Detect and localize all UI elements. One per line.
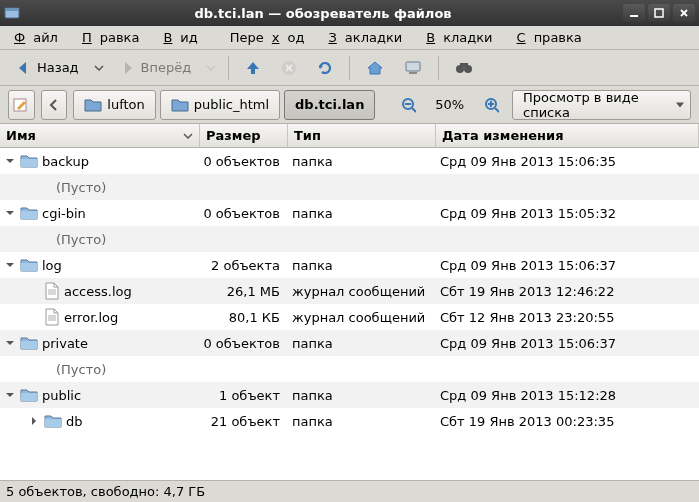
zoom-in-icon xyxy=(483,96,499,114)
view-mode-label: Просмотр в виде списка xyxy=(523,90,670,120)
minimize-button[interactable] xyxy=(623,4,645,22)
expand-toggle[interactable] xyxy=(4,207,16,219)
column-type[interactable]: Тип xyxy=(288,124,436,147)
edit-path-button[interactable] xyxy=(8,90,35,120)
home-icon xyxy=(365,59,385,77)
empty-label: (Пусто) xyxy=(4,232,106,247)
expand-toggle[interactable] xyxy=(4,155,16,167)
empty-label: (Пусто) xyxy=(4,180,106,195)
expand-toggle[interactable] xyxy=(4,259,16,271)
folder-row[interactable]: public1 объектпапкаСрд 09 Янв 2013 15:12… xyxy=(0,382,699,408)
item-name: private xyxy=(42,336,88,351)
item-date: Срд 09 Янв 2013 15:06:37 xyxy=(436,258,699,273)
menu-file[interactable]: Файл xyxy=(6,28,74,47)
search-button[interactable] xyxy=(447,54,481,82)
menu-tabs[interactable]: Вкладки xyxy=(418,28,508,47)
item-size: 1 объект xyxy=(200,388,288,403)
home-button[interactable] xyxy=(358,54,392,82)
back-button[interactable]: Назад xyxy=(8,54,86,82)
folder-row[interactable]: db21 объектпапкаСбт 19 Янв 2013 00:23:35 xyxy=(0,408,699,434)
folder-icon xyxy=(20,153,38,169)
menu-edit[interactable]: Правка xyxy=(74,28,155,47)
item-name: backup xyxy=(42,154,89,169)
back-history-button[interactable] xyxy=(90,54,108,82)
item-name: cgi-bin xyxy=(42,206,86,221)
zoom-out-button[interactable] xyxy=(393,91,423,119)
item-name: log xyxy=(42,258,62,273)
item-size: 0 объектов xyxy=(200,206,288,221)
folder-icon xyxy=(44,413,62,429)
item-size: 26,1 МБ xyxy=(200,284,288,299)
item-type: папка xyxy=(288,388,436,403)
item-date: Сбт 19 Янв 2013 12:46:22 xyxy=(436,284,699,299)
item-name: access.log xyxy=(64,284,132,299)
item-size: 0 объектов xyxy=(200,154,288,169)
separator xyxy=(228,56,229,80)
up-button[interactable] xyxy=(237,54,269,82)
stop-icon xyxy=(280,59,298,77)
item-name: db xyxy=(66,414,83,429)
forward-history-button xyxy=(202,54,220,82)
view-mode-select[interactable]: Просмотр в виде списка xyxy=(512,90,691,120)
svg-rect-5 xyxy=(406,62,420,71)
item-size: 80,1 КБ xyxy=(200,310,288,325)
path-root-button[interactable] xyxy=(41,90,68,120)
menu-view[interactable]: Вид xyxy=(155,28,213,47)
chevron-down-icon xyxy=(94,63,104,73)
maximize-button[interactable] xyxy=(648,4,670,22)
column-date[interactable]: Дата изменения xyxy=(436,124,699,147)
empty-label: (Пусто) xyxy=(4,362,106,377)
titlebar: db.tci.lan — обозреватель файлов xyxy=(0,0,699,26)
item-type: папка xyxy=(288,336,436,351)
item-name: error.log xyxy=(64,310,118,325)
status-bar: 5 объектов, свободно: 4,7 ГБ xyxy=(0,480,699,502)
expand-toggle[interactable] xyxy=(4,337,16,349)
column-size[interactable]: Размер xyxy=(200,124,288,147)
breadcrumb-item[interactable]: public_html xyxy=(160,90,280,120)
menu-go[interactable]: Переход xyxy=(214,28,321,47)
breadcrumb: luftonpublic_htmldb.tci.lan xyxy=(73,90,375,120)
reload-button[interactable] xyxy=(309,54,341,82)
item-date: Сбт 12 Янв 2013 23:20:55 xyxy=(436,310,699,325)
folder-icon xyxy=(84,97,102,113)
file-row[interactable]: access.log26,1 МБжурнал сообщенийСбт 19 … xyxy=(0,278,699,304)
folder-row[interactable]: private0 объектовпапкаСрд 09 Янв 2013 15… xyxy=(0,330,699,356)
file-tree[interactable]: backup0 объектовпапкаСрд 09 Янв 2013 15:… xyxy=(0,148,699,480)
file-row[interactable]: error.log80,1 КБжурнал сообщенийСбт 12 Я… xyxy=(0,304,699,330)
close-button[interactable] xyxy=(673,4,695,22)
chevron-left-icon xyxy=(49,99,59,111)
file-icon xyxy=(44,282,60,300)
menu-bookmarks[interactable]: Закладки xyxy=(320,28,418,47)
folder-row[interactable]: backup0 объектовпапкаСрд 09 Янв 2013 15:… xyxy=(0,148,699,174)
empty-row: (Пусто) xyxy=(0,226,699,252)
item-type: папка xyxy=(288,414,436,429)
separator xyxy=(438,56,439,80)
svg-rect-6 xyxy=(409,72,417,74)
expand-toggle[interactable] xyxy=(4,389,16,401)
item-size: 21 объект xyxy=(200,414,288,429)
column-name[interactable]: Имя xyxy=(0,124,200,147)
expand-toggle[interactable] xyxy=(28,415,40,427)
item-size: 0 объектов xyxy=(200,336,288,351)
item-type: журнал сообщений xyxy=(288,284,436,299)
item-size: 2 объекта xyxy=(200,258,288,273)
folder-icon xyxy=(20,257,38,273)
svg-rect-9 xyxy=(460,63,468,67)
folder-row[interactable]: log2 объектапапкаСрд 09 Янв 2013 15:06:3… xyxy=(0,252,699,278)
arrow-right-icon xyxy=(119,59,137,77)
menu-help[interactable]: Справка xyxy=(509,28,598,47)
computer-button[interactable] xyxy=(396,54,430,82)
zoom-in-button[interactable] xyxy=(476,91,506,119)
breadcrumb-item[interactable]: lufton xyxy=(73,90,156,120)
reload-icon xyxy=(316,59,334,77)
folder-row[interactable]: cgi-bin0 объектовпапкаСрд 09 Янв 2013 15… xyxy=(0,200,699,226)
item-date: Сбт 19 Янв 2013 00:23:35 xyxy=(436,414,699,429)
forward-label: Вперёд xyxy=(141,60,192,75)
item-type: папка xyxy=(288,206,436,221)
chevron-down-icon xyxy=(206,63,216,73)
zoom-out-icon xyxy=(400,96,416,114)
breadcrumb-item[interactable]: db.tci.lan xyxy=(284,90,375,120)
folder-icon xyxy=(20,387,38,403)
sort-asc-icon xyxy=(183,131,193,141)
zoom-label: 50% xyxy=(429,97,470,112)
